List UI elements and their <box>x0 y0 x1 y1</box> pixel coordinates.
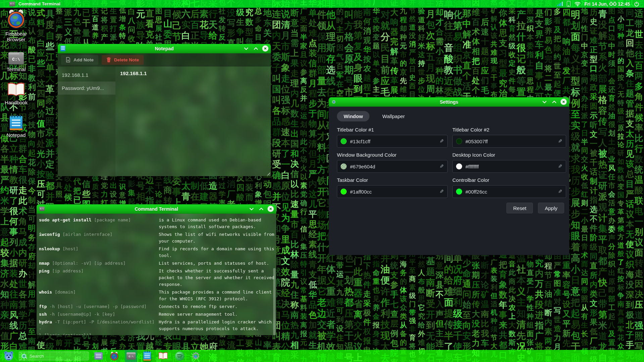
terminal-args: [host] <box>60 246 79 251</box>
edit-pencil-icon[interactable]: ✎ <box>440 189 444 195</box>
terminal-command: ftp <box>39 304 47 309</box>
settings-titlebar[interactable]: ⚙ Settings <box>329 97 569 107</box>
edit-pencil-icon[interactable]: ✎ <box>558 189 562 195</box>
terminal-scrollbar[interactable] <box>273 268 276 335</box>
color-swatch <box>341 138 347 144</box>
add-note-label: Add Note <box>73 57 94 62</box>
search-input[interactable] <box>29 353 74 359</box>
spotify-icon <box>175 352 184 361</box>
field-titlebar-color-1: Titlebar Color #1 #13cf1cff ✎ <box>337 127 448 148</box>
taskbar-fireabear-browser[interactable] <box>109 350 120 362</box>
desktop-icon-terminal[interactable]: C:\ Terminal <box>7 52 26 72</box>
apply-button[interactable]: Apply <box>538 203 564 213</box>
fireabear-globe-icon <box>6 9 26 29</box>
open-book-icon <box>158 352 168 360</box>
minimize-button[interactable] <box>243 46 249 52</box>
active-app-title: Command Terminal <box>18 1 60 6</box>
terminal-icon: C:\ <box>127 352 136 360</box>
taskbar-apps: C:\ <box>93 350 201 362</box>
note-list-item-title[interactable]: 192.168.1.1 <box>58 68 115 82</box>
maximize-button[interactable] <box>551 99 557 105</box>
notepad-body: Add Note Delete Note 192.168.1.1 <box>58 53 271 176</box>
controlbar-left: C:\ Command Terminal <box>0 1 60 6</box>
terminal-command: ping <box>39 268 49 273</box>
desktop-icon-label: Handbook <box>5 100 28 105</box>
trash-icon <box>106 57 111 62</box>
field-controlbar-color: Controlbar Color #00ff26cc ✎ <box>452 177 566 198</box>
minimize-button[interactable] <box>541 99 547 105</box>
notepad-icon <box>10 116 22 130</box>
terminal-description: Find ip records for a domain name using … <box>159 246 276 259</box>
terminal-description: This package provides a command line cli… <box>159 289 276 302</box>
field-window-background-color: Window Background Color #679e604d ✎ <box>337 152 448 173</box>
taskbar-terminal[interactable]: C:\ <box>125 350 137 362</box>
color-swatch <box>341 189 347 195</box>
tab-wallpaper[interactable]: Wallpaper <box>376 111 411 121</box>
color-input-desktop-icon[interactable]: #ffffffff ✎ <box>452 160 566 173</box>
window-title: Settings <box>440 99 458 105</box>
reset-button[interactable]: Reset <box>506 203 533 213</box>
terminal-window: C:\ Command Terminal sudo apt-get instal… <box>36 204 277 335</box>
color-input-titlebar-2[interactable]: #053007ff ✎ <box>452 135 566 148</box>
settings-window: ⚙ Settings Window Wallpaper Titlebar Col… <box>329 97 569 255</box>
edit-pencil-icon[interactable]: ✎ <box>558 138 562 144</box>
terminal-help-row: nmap [Optional: -sV] [ip address] List s… <box>39 260 273 267</box>
clock[interactable]: Fri 14 Jun, ÖÖ 12:45 <box>585 1 630 7</box>
maximize-button[interactable] <box>258 206 264 212</box>
taskbar-search[interactable] <box>19 352 89 360</box>
file-manager-icon <box>94 352 103 360</box>
edit-pencil-icon[interactable]: ✎ <box>440 163 444 169</box>
close-button[interactable] <box>561 99 566 105</box>
color-input-taskbar[interactable]: #1aff00cc ✎ <box>337 185 448 198</box>
field-label: Titlebar Color #2 <box>452 127 566 133</box>
edit-pencil-icon[interactable]: ✎ <box>558 163 562 169</box>
field-label: Desktop Icon Color <box>452 152 566 158</box>
maximize-button[interactable] <box>253 46 259 52</box>
signal-chart-icon[interactable] <box>557 2 563 6</box>
desktop-icon-label: Terminal <box>7 66 26 72</box>
close-button[interactable] <box>262 46 268 51</box>
taskbar-file-manager[interactable] <box>93 350 104 362</box>
color-swatch <box>456 163 462 169</box>
close-button[interactable] <box>268 206 274 212</box>
color-swatch <box>341 163 347 169</box>
terminal-icon: C:\ <box>39 207 45 211</box>
terminal-titlebar[interactable]: C:\ Command Terminal <box>37 204 276 214</box>
color-value: #00ff26cc <box>465 189 555 195</box>
minimize-button[interactable] <box>248 206 254 212</box>
color-input-controlbar[interactable]: #00ff26cc ✎ <box>452 185 566 198</box>
edit-pencil-icon[interactable]: ✎ <box>440 138 444 144</box>
taskbar-spotify[interactable] <box>174 350 185 362</box>
start-button[interactable] <box>3 350 14 362</box>
color-swatch <box>456 189 462 195</box>
wifi-icon[interactable] <box>575 2 581 6</box>
terminal-help-row: ping [ip address] It checks whether it s… <box>39 268 273 288</box>
desktop-icon-handbook[interactable]: Handbook <box>5 82 28 105</box>
notepad-titlebar[interactable]: Notepad <box>58 44 271 53</box>
tab-window[interactable]: Window <box>337 111 369 121</box>
taskbar-settings[interactable]: ⚙ <box>190 350 201 362</box>
open-book-icon <box>7 82 26 98</box>
terminal-help-row: ssh -h [username@ip] -k [key] Remove ser… <box>39 311 273 318</box>
note-editor[interactable]: 192.168.1.1 <box>115 66 271 176</box>
terminal-output[interactable]: sudo apt-get install [package name] is a… <box>37 214 276 335</box>
terminal-description: Hydra is a parallelized login cracker wh… <box>159 319 276 335</box>
note-list-item-preview[interactable]: Password: yUm9... <box>58 82 115 95</box>
delete-note-button[interactable]: Delete Note <box>102 55 144 65</box>
color-input-titlebar-1[interactable]: #13cf1cff ✎ <box>337 135 448 148</box>
desktop-icon-fireabear-browser[interactable]: Fireabear Browser <box>2 9 30 42</box>
taskbar-notepad[interactable] <box>142 350 152 362</box>
terminal-args: [airlan internface] <box>60 232 113 237</box>
color-input-window-background[interactable]: #679e604d ✎ <box>337 160 448 173</box>
power-icon[interactable] <box>634 1 639 7</box>
terminal-command: ssh <box>39 312 47 317</box>
phone-icon[interactable] <box>567 1 571 7</box>
taskbar-handbook[interactable] <box>157 350 169 362</box>
desktop-icon-notepad[interactable]: Notepad <box>7 116 26 138</box>
terminal-description: is a Linux command used on Debian-based … <box>159 217 276 230</box>
terminal-args: -h [host] -u [username] -p [password] <box>47 304 146 309</box>
color-value: #053007ff <box>465 139 555 144</box>
terminal-description: Remove server management tool. <box>159 311 276 318</box>
terminal-window-icon: C:\ <box>8 52 24 64</box>
add-note-button[interactable]: Add Note <box>61 55 98 65</box>
